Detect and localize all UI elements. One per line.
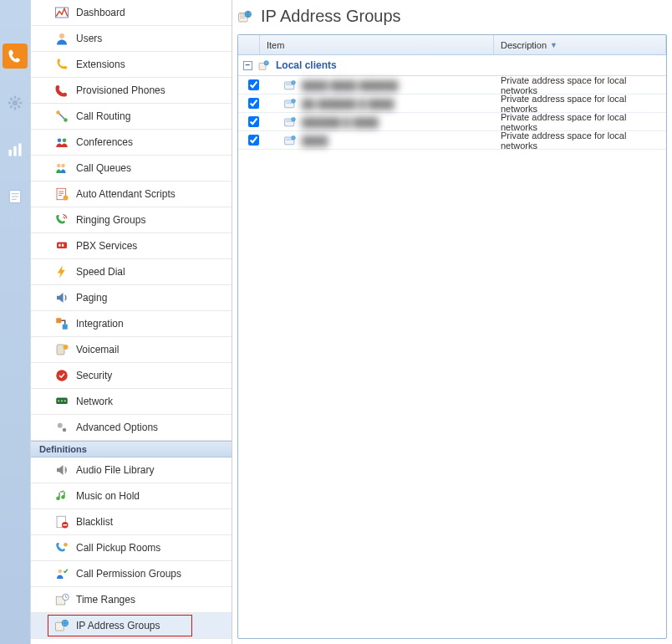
svg-point-35: [58, 400, 59, 401]
queue-icon: [54, 161, 69, 176]
edge-tab-stats[interactable]: [3, 137, 28, 162]
sidebar-item-call-queues[interactable]: Call Queues: [31, 156, 232, 181]
sidebar-item-label: Integration: [76, 318, 124, 330]
svg-point-38: [58, 423, 63, 428]
svg-rect-11: [18, 144, 21, 156]
sidebar-item-label: Time Ranges: [76, 594, 135, 606]
svg-point-63: [292, 135, 296, 140]
svg-line-6: [18, 105, 20, 107]
sidebar: DashboardUsersExtensionsProvisioned Phon…: [30, 0, 232, 644]
sidebar-item-security[interactable]: Security: [31, 363, 232, 389]
sidebar-item-ip-address-groups[interactable]: IP Address Groups: [31, 613, 232, 639]
svg-line-8: [18, 98, 20, 100]
time-icon: [54, 592, 69, 607]
sidebar-item-users[interactable]: Users: [31, 26, 232, 52]
group-row-local-clients[interactable]: − Local clients: [238, 55, 666, 76]
sidebar-item-pbx-services[interactable]: PBX Services: [31, 233, 232, 259]
edge-tab-phone[interactable]: [3, 43, 28, 69]
collapse-toggle[interactable]: −: [243, 61, 252, 70]
row-item-text: ████ ████ ██████: [302, 80, 398, 90]
column-description[interactable]: Description▼: [494, 35, 666, 54]
svg-point-36: [61, 400, 63, 401]
row-checkbox-cell: [238, 77, 260, 93]
sidebar-item-call-routing[interactable]: Call Routing: [31, 104, 232, 130]
content-pane: Item Description▼ − Local clients ████ █…: [237, 34, 667, 639]
group-icon: [257, 59, 271, 72]
svg-point-42: [64, 543, 68, 547]
svg-point-33: [56, 370, 68, 381]
row-description: Private address space for local networks: [494, 112, 666, 132]
sidebar-item-time-ranges[interactable]: Time Ranges: [31, 587, 232, 613]
permission-icon: [54, 566, 69, 581]
sidebar-item-label: Call Permission Groups: [76, 568, 181, 580]
table-row[interactable]: ████Private address space for local netw…: [238, 131, 666, 150]
row-checkbox[interactable]: [248, 79, 259, 90]
svg-point-25: [64, 196, 69, 201]
row-checkbox[interactable]: [248, 116, 259, 127]
row-item-text: ██ ██████ █ ████: [302, 99, 394, 109]
left-edge-stripe: [0, 0, 30, 644]
row-item-cell: ██ ██████ █ ████: [260, 97, 494, 110]
sidebar-item-call-pickup-rooms[interactable]: Call Pickup Rooms: [31, 535, 232, 561]
svg-point-39: [63, 428, 67, 432]
sidebar-item-network[interactable]: Network: [31, 389, 232, 415]
sort-desc-icon: ▼: [550, 41, 557, 49]
table-row[interactable]: ████ ████ ██████Private address space fo…: [238, 76, 666, 95]
sidebar-item-auto-attendant-scripts[interactable]: Auto Attendant Scripts: [31, 181, 232, 207]
sidebar-item-label: Speed Dial: [76, 266, 125, 278]
row-description: Private address space for local networks: [494, 130, 666, 151]
sidebar-item-provisioned-phones[interactable]: Provisioned Phones: [31, 78, 232, 104]
phone-red-icon: [54, 83, 69, 98]
sidebar-item-label: Extensions: [76, 59, 125, 70]
script-icon: [54, 187, 69, 202]
table-row[interactable]: ██ ██████ █ ████Private address space fo…: [238, 95, 666, 113]
audio-icon: [54, 463, 69, 478]
sidebar-item-ringing-groups[interactable]: Ringing Groups: [31, 207, 232, 233]
edge-tab-settings[interactable]: [3, 90, 28, 115]
sidebar-item-advanced-options[interactable]: Advanced Options: [31, 415, 232, 441]
phone-icon: [7, 48, 23, 64]
row-ip-icon: [283, 97, 297, 110]
svg-point-43: [59, 570, 63, 574]
data-rows: ████ ████ ██████Private address space fo…: [238, 76, 666, 150]
svg-rect-31: [57, 345, 64, 355]
svg-rect-29: [56, 318, 61, 323]
network-icon: [54, 394, 69, 409]
column-item[interactable]: Item: [260, 35, 494, 54]
svg-rect-27: [59, 244, 60, 247]
column-checkbox[interactable]: [238, 35, 260, 54]
sidebar-item-extensions[interactable]: Extensions: [31, 52, 232, 78]
sidebar-item-label: IP Address Groups: [76, 620, 160, 631]
handset-icon: [54, 57, 69, 72]
page-title: IP Address Groups: [261, 7, 401, 26]
svg-point-21: [63, 139, 67, 143]
sidebar-item-paging[interactable]: Paging: [31, 285, 232, 311]
row-item-text: ████: [302, 135, 328, 146]
sidebar-item-voicemail[interactable]: Voicemail: [31, 337, 232, 363]
table-row[interactable]: ██████ █ ████Private address space for l…: [238, 113, 666, 131]
row-checkbox[interactable]: [248, 135, 259, 146]
integration-icon: [54, 316, 69, 331]
edge-tab-notes[interactable]: [3, 184, 28, 209]
pbx-icon: [54, 238, 69, 253]
gear-icon: [7, 95, 23, 111]
lightning-icon: [54, 264, 69, 279]
sidebar-item-integration[interactable]: Integration: [31, 311, 232, 337]
sidebar-item-conferences[interactable]: Conferences: [31, 130, 232, 156]
sidebar-item-label: Audio File Library: [76, 464, 154, 476]
svg-line-7: [10, 105, 13, 107]
sidebar-item-audio-file-library[interactable]: Audio File Library: [31, 457, 232, 483]
sidebar-section-definitions: Definitions: [31, 441, 232, 457]
voicemail-icon: [54, 342, 69, 357]
row-ip-icon: [283, 115, 297, 129]
row-checkbox[interactable]: [248, 98, 259, 109]
sidebar-item-label: Voicemail: [76, 344, 119, 355]
dashboard-icon: [54, 5, 69, 20]
sidebar-item-music-on-hold[interactable]: Music on Hold: [31, 483, 232, 509]
sidebar-item-call-permission-groups[interactable]: Call Permission Groups: [31, 561, 232, 587]
sidebar-item-speed-dial[interactable]: Speed Dial: [31, 259, 232, 285]
sidebar-item-label: Auto Attendant Scripts: [76, 188, 176, 200]
sidebar-item-blacklist[interactable]: Blacklist: [31, 509, 232, 535]
user-icon: [54, 31, 69, 46]
sidebar-item-dashboard[interactable]: Dashboard: [31, 0, 232, 26]
